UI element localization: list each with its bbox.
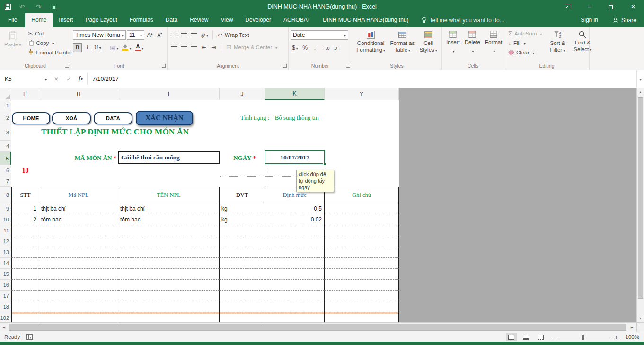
cancel-entry-button[interactable] xyxy=(50,76,62,82)
page-break-view-button[interactable] xyxy=(536,333,546,341)
tab-data[interactable]: Data xyxy=(159,13,184,27)
empty-cell[interactable] xyxy=(265,291,325,301)
empty-cell[interactable] xyxy=(325,280,399,291)
row-header-4[interactable]: 4 xyxy=(0,141,11,152)
column-header-J[interactable]: J xyxy=(220,88,265,100)
accounting-format-button[interactable]: $ xyxy=(291,43,300,52)
scroll-down-button[interactable] xyxy=(637,314,644,322)
minimize-button[interactable] xyxy=(579,0,600,13)
cell-j10[interactable]: kg xyxy=(220,214,265,225)
empty-cell[interactable] xyxy=(265,258,325,269)
select-all-corner[interactable] xyxy=(0,88,11,100)
formula-input[interactable]: 7/10/2017 xyxy=(88,76,636,82)
table-header-ghi-chu[interactable]: Ghi chú xyxy=(325,187,399,203)
underline-button[interactable]: U xyxy=(93,43,103,52)
format-cells-button[interactable]: Format xyxy=(483,29,504,62)
empty-cell[interactable] xyxy=(118,314,220,322)
empty-cell[interactable] xyxy=(118,258,220,269)
zoom-out-button[interactable] xyxy=(550,334,554,341)
tab-review[interactable]: Review xyxy=(184,13,214,27)
xoa-button[interactable]: XOÁ xyxy=(52,112,91,124)
bottom-align-button[interactable] xyxy=(189,30,198,39)
row-header-15[interactable]: 15 xyxy=(0,269,11,280)
increase-font-size-button[interactable] xyxy=(145,31,154,40)
font-name-combo[interactable]: Times New Roma xyxy=(73,30,126,40)
insert-cells-button[interactable]: Insert xyxy=(444,29,462,62)
ribbon-display-options-button[interactable] xyxy=(557,0,579,13)
empty-cell[interactable] xyxy=(118,225,220,236)
empty-cell[interactable] xyxy=(325,314,399,322)
row-header-11[interactable]: 11 xyxy=(0,225,11,236)
column-header-Y[interactable]: Y xyxy=(325,88,399,100)
row-header-8[interactable]: 8 xyxy=(0,187,11,203)
save-button[interactable] xyxy=(5,4,11,10)
find-select-button[interactable]: Find &Select xyxy=(571,29,594,62)
empty-cell[interactable] xyxy=(39,247,118,258)
zoom-slider-thumb[interactable] xyxy=(582,335,584,340)
cell-j9[interactable]: kg xyxy=(220,203,265,214)
autosum-button[interactable]: AutoSum xyxy=(506,29,544,38)
merge-center-button[interactable]: Merge & Center xyxy=(224,43,279,52)
empty-cell[interactable] xyxy=(11,291,39,301)
borders-button[interactable] xyxy=(109,43,120,52)
tell-me-box[interactable]: Tell me what you want to do... xyxy=(422,13,504,27)
empty-cell[interactable] xyxy=(118,301,220,312)
empty-cell[interactable] xyxy=(11,280,39,291)
cell-e10[interactable]: 2 xyxy=(11,214,39,225)
increase-indent-button[interactable] xyxy=(209,43,218,52)
row-header-16[interactable]: 16 xyxy=(0,280,11,291)
empty-cell[interactable] xyxy=(39,280,118,291)
row-header-14[interactable]: 14 xyxy=(0,258,11,269)
empty-cell[interactable] xyxy=(265,314,325,322)
dish-code-input[interactable]: Gói bê thui cầu mống xyxy=(118,151,220,164)
align-left-button[interactable] xyxy=(169,43,178,52)
empty-cell[interactable] xyxy=(39,291,118,301)
scroll-up-button[interactable] xyxy=(637,88,644,96)
orientation-button[interactable] xyxy=(199,30,210,39)
cell-i9[interactable]: thịt ba chỉ xyxy=(118,203,220,214)
paste-button[interactable]: Paste xyxy=(2,29,23,62)
empty-cell[interactable] xyxy=(220,247,265,258)
clear-button[interactable]: Clear xyxy=(506,48,544,57)
empty-cell[interactable] xyxy=(265,269,325,280)
font-dialog-launcher[interactable] xyxy=(162,64,166,68)
fill-color-button[interactable] xyxy=(121,43,132,52)
tab-formulas[interactable]: Formulas xyxy=(124,13,159,27)
zoom-slider[interactable] xyxy=(558,334,610,340)
selected-cell-k5[interactable]: 10/07/2017 xyxy=(265,150,325,164)
empty-cell[interactable] xyxy=(39,314,118,322)
cell-y10[interactable] xyxy=(325,214,399,225)
copy-button[interactable]: Copy xyxy=(26,38,74,47)
empty-cell[interactable] xyxy=(11,314,39,322)
horizontal-scrollbar-thumb[interactable] xyxy=(9,324,626,331)
comma-style-button[interactable]: , xyxy=(310,43,319,52)
italic-button[interactable]: I xyxy=(83,43,92,52)
clipboard-dialog-launcher[interactable] xyxy=(65,64,69,68)
empty-cell[interactable] xyxy=(220,314,265,322)
conditional-formatting-button[interactable]: ConditionalFormatting xyxy=(354,29,388,62)
zoom-in-button[interactable] xyxy=(614,334,618,341)
tab-insert[interactable]: Insert xyxy=(53,13,79,27)
empty-cell[interactable] xyxy=(265,236,325,247)
row-header-2[interactable]: 2 xyxy=(0,111,11,124)
empty-cell[interactable] xyxy=(265,247,325,258)
empty-cell[interactable] xyxy=(118,247,220,258)
redo-button[interactable] xyxy=(36,3,44,10)
empty-cell[interactable] xyxy=(325,258,399,269)
empty-cell[interactable] xyxy=(325,225,399,236)
undo-button[interactable] xyxy=(19,3,27,10)
empty-cell[interactable] xyxy=(220,301,265,312)
cell-i10[interactable]: tôm bạc xyxy=(118,214,220,225)
cell-y9[interactable] xyxy=(325,203,399,214)
restore-button[interactable] xyxy=(600,0,622,13)
column-header-H[interactable]: H xyxy=(39,88,118,100)
empty-cell[interactable] xyxy=(220,269,265,280)
format-painter-button[interactable]: Format Painter xyxy=(26,48,74,57)
number-format-combo[interactable]: Date xyxy=(291,30,348,40)
empty-cell[interactable] xyxy=(220,291,265,301)
scroll-left-button[interactable] xyxy=(0,323,8,332)
row-header-102[interactable]: 102 xyxy=(0,314,11,322)
vertical-scrollbar-thumb[interactable] xyxy=(638,97,643,299)
macro-record-icon[interactable] xyxy=(26,334,33,340)
cell-e9[interactable]: 1 xyxy=(11,203,39,214)
